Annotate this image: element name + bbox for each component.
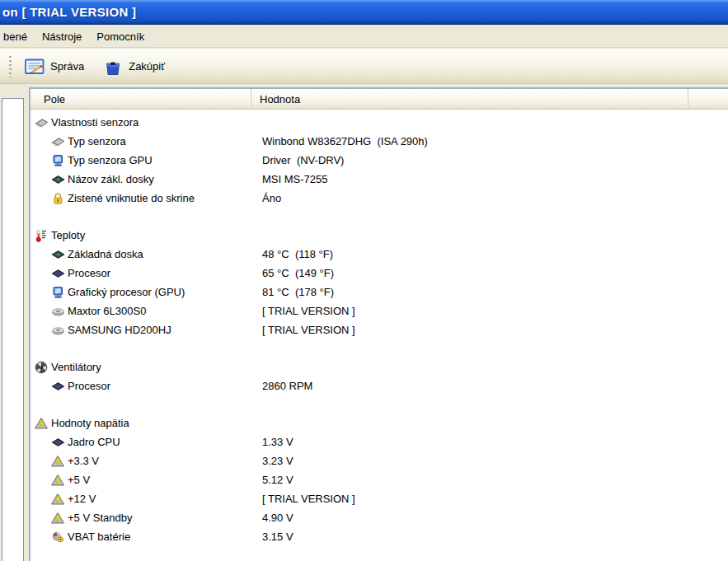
toolbar-button-label: Správa: [50, 60, 84, 72]
field-value: Áno: [262, 192, 281, 204]
sensor-row-maxtor-6l300s0[interactable]: Maxtor 6L300S0[ TRIAL VERSION ]: [31, 302, 728, 320]
voltage-icon: [35, 417, 49, 430]
sensor-row-typ-senzora[interactable]: Typ senzoraWinbond W83627DHG (ISA 290h): [31, 132, 728, 151]
sensor-panel: Pole Hodnota Vlastnosti senzoraTyp senzo…: [29, 87, 728, 561]
field-label: Procesor: [68, 380, 110, 392]
field-label: Typ senzora: [68, 135, 126, 147]
menu-bar: benéNástrojePomocník: [0, 26, 728, 48]
field-value: 3.15 V: [262, 531, 294, 543]
battery-icon: [51, 531, 65, 544]
field-value: Winbond W83627DHG (ISA 290h): [262, 135, 428, 147]
sensor-row-samsung-hd200hj[interactable]: SAMSUNG HD200HJ[ TRIAL VERSION ]: [31, 320, 728, 339]
title-bar[interactable]: on [ TRIAL VERSION ]: [0, 0, 728, 25]
window-title: on [ TRIAL VERSION ]: [2, 5, 136, 19]
section-row-teploty[interactable]: Teploty: [31, 226, 728, 245]
sensor-row-5-v-standby[interactable]: +5 V Standby4.90 V: [31, 508, 728, 527]
section-label: Hodnoty napätia: [51, 417, 129, 429]
sensor-row-12-v[interactable]: +12 V[ TRIAL VERSION ]: [31, 489, 728, 508]
field-label: Názov zákl. dosky: [68, 173, 154, 185]
app-window: on [ TRIAL VERSION ] benéNástrojePomocní…: [0, 0, 728, 561]
menu-item-pomocnik[interactable]: Pomocník: [89, 27, 152, 46]
table-header: Pole Hodnota: [31, 89, 728, 110]
field-label: Maxtor 6L300S0: [68, 305, 146, 317]
toolbar: SprávaZakúpiť: [0, 49, 728, 84]
sensor-list: Vlastnosti senzoraTyp senzoraWinbond W83…: [31, 110, 728, 561]
section-row-ventilatory[interactable]: Ventilátory: [31, 358, 728, 376]
field-value: 4.90 V: [262, 512, 294, 524]
cpu-icon: [51, 380, 65, 393]
field-value: 48 °C (118 °F): [262, 248, 333, 260]
section-label: Vlastnosti senzora: [51, 116, 139, 129]
field-value: 1.33 V: [262, 436, 294, 448]
field-label: Typ senzora GPU: [68, 154, 153, 166]
field-value: [ TRIAL VERSION ]: [262, 305, 355, 317]
cpu-icon: [51, 267, 65, 280]
sensor-row-graficky-procesor-gpu[interactable]: Grafický procesor (GPU)81 °C (178 °F): [31, 283, 728, 302]
voltage-icon: [51, 493, 65, 506]
sensor-row-procesor[interactable]: Procesor65 °C (149 °F): [31, 264, 728, 283]
field-label: Grafický procesor (GPU): [68, 286, 185, 298]
gpu-icon: [51, 286, 65, 299]
sensor-row-nazov-zakl-dosky[interactable]: Názov zákl. doskyMSI MS-7255: [31, 170, 728, 189]
field-label: +5 V Standby: [68, 512, 132, 524]
field-label: Základná doska: [68, 248, 143, 260]
field-value: [ TRIAL VERSION ]: [262, 324, 355, 336]
sensor-row-procesor[interactable]: Procesor2860 RPM: [31, 376, 728, 395]
fan-icon: [35, 361, 49, 374]
cpu-icon: [51, 436, 65, 449]
field-label: Zistené vniknutie do skrine: [68, 192, 195, 204]
field-value: MSI MS-7255: [262, 173, 327, 185]
field-label: +5 V: [68, 474, 90, 486]
section-label: Teploty: [51, 229, 85, 241]
purchase-icon: [103, 57, 123, 77]
section-gap: [31, 395, 728, 414]
field-value: 81 °C (178 °F): [262, 286, 334, 298]
motherboard-icon: [51, 248, 65, 261]
field-label: Procesor: [68, 267, 110, 279]
section-gap: [31, 339, 728, 358]
motherboard-icon: [51, 173, 65, 186]
section-row-hodnoty-napatia[interactable]: Hodnoty napätia: [31, 414, 728, 432]
column-header-hodnota[interactable]: Hodnota: [251, 89, 688, 109]
report-icon: [25, 57, 45, 77]
chip-icon: [51, 135, 65, 148]
toolbar-gripper-handle[interactable]: [9, 56, 12, 77]
hdd-icon: [51, 324, 65, 337]
section-label: Ventilátory: [51, 361, 101, 373]
field-value: 3.23 V: [262, 455, 294, 467]
sensor-row-3-3-v[interactable]: +3.3 V3.23 V: [31, 451, 728, 470]
field-label: +3.3 V: [68, 455, 99, 467]
field-value: [ TRIAL VERSION ]: [262, 493, 355, 505]
section-gap: [31, 208, 728, 226]
left-panel[interactable]: [2, 98, 24, 561]
sensor-row-zistene-vniknutie-do-skrine[interactable]: Zistené vniknutie do skrineÁno: [31, 189, 728, 208]
field-value: 2860 RPM: [262, 380, 312, 392]
field-value: 65 °C (149 °F): [262, 267, 334, 279]
field-value: Driver (NV-DRV): [262, 154, 344, 166]
menu-item-bene[interactable]: bené: [2, 27, 35, 46]
voltage-icon: [51, 455, 65, 468]
field-label: Jadro CPU: [68, 436, 120, 448]
voltage-icon: [51, 512, 65, 525]
column-header-pole[interactable]: Pole: [31, 89, 251, 109]
column-header-empty[interactable]: [688, 89, 728, 109]
field-label: +12 V: [68, 493, 96, 505]
chip-icon: [35, 116, 49, 129]
sensor-row-vbat-baterie[interactable]: VBAT batérie3.15 V: [31, 527, 728, 546]
toolbar-button-label: Zakúpiť: [129, 60, 165, 72]
sensor-row-zakladna-doska[interactable]: Základná doska48 °C (118 °F): [31, 245, 728, 264]
thermometer-icon: [35, 229, 49, 242]
sensor-row-5-v[interactable]: +5 V5.12 V: [31, 470, 728, 489]
sensor-row-jadro-cpu[interactable]: Jadro CPU1.33 V: [31, 432, 728, 451]
voltage-icon: [51, 474, 65, 487]
sensor-row-typ-senzora-gpu[interactable]: Typ senzora GPUDriver (NV-DRV): [31, 151, 728, 170]
sprava-button[interactable]: Správa: [19, 54, 90, 80]
field-value: 5.12 V: [262, 474, 294, 486]
section-row-vlastnosti-senzora[interactable]: Vlastnosti senzora: [31, 113, 728, 132]
field-label: VBAT batérie: [68, 531, 130, 543]
zakupit-button[interactable]: Zakúpiť: [97, 54, 171, 80]
hdd-icon: [51, 305, 65, 318]
menu-item-nastroje[interactable]: Nástroje: [35, 27, 89, 46]
field-label: SAMSUNG HD200HJ: [68, 324, 171, 336]
gpu-icon: [51, 154, 65, 167]
